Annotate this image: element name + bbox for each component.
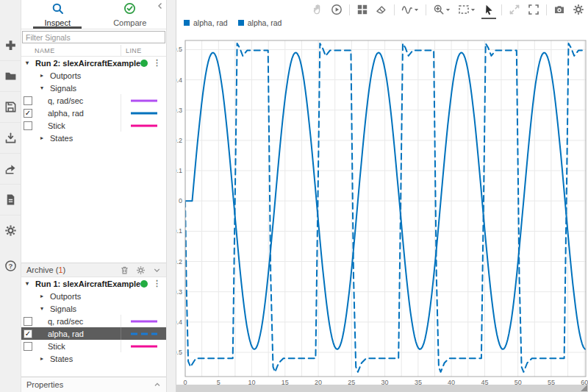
signal-options-button[interactable]	[401, 3, 420, 16]
svg-text:-0.1: -0.1	[176, 227, 182, 235]
clear-subplot-button[interactable]	[375, 3, 388, 16]
play-circle-icon	[331, 4, 343, 15]
legend-label: alpha, rad	[248, 18, 282, 27]
tree-expanded-arrow-icon[interactable]: ▾	[26, 60, 32, 66]
signal-line-swatch[interactable]	[131, 345, 157, 348]
tree-expanded-arrow-icon[interactable]: ▾	[26, 280, 32, 287]
tree-group-row[interactable]: ▸Outports	[21, 69, 166, 82]
filter-row	[21, 29, 166, 45]
pointer-tool-button[interactable]	[482, 3, 495, 16]
tree-group-row[interactable]: ▾Signals	[21, 82, 166, 94]
time-plot[interactable]: 0510152025303540455055600.50.40.30.20.10…	[176, 34, 588, 390]
svg-text:-0.3: -0.3	[176, 288, 182, 296]
panel-splitter[interactable]	[166, 0, 176, 392]
signal-checkbox[interactable]	[24, 342, 32, 351]
help-button[interactable]: ?	[0, 250, 21, 281]
save-button[interactable]	[0, 91, 21, 122]
layout-button[interactable]	[356, 3, 369, 16]
signal-row[interactable]: Stick	[21, 119, 166, 132]
replay-button[interactable]	[330, 3, 343, 16]
tree-collapsed-arrow-icon[interactable]: ▸	[40, 355, 47, 362]
plot-toolbar	[176, 0, 588, 19]
group-label: Outports	[50, 71, 81, 80]
signal-line-swatch[interactable]	[131, 320, 157, 323]
svg-text:0.1: 0.1	[176, 167, 182, 174]
toolbar-separator	[501, 4, 502, 15]
signal-line-swatch[interactable]	[131, 112, 157, 115]
tree-collapsed-arrow-icon[interactable]: ▸	[40, 135, 47, 141]
run-menu-kebab-icon[interactable]: ⋮	[153, 59, 161, 67]
import-button[interactable]	[0, 122, 21, 153]
signal-row[interactable]: q, rad/sec	[21, 315, 166, 327]
archive-header[interactable]: Archive (1)	[21, 263, 166, 277]
fullscreen-button[interactable]	[527, 3, 540, 16]
archive-collapse-chevron-down-icon[interactable]	[152, 266, 162, 275]
caret-down-icon	[414, 7, 419, 13]
new-button[interactable]	[0, 29, 21, 60]
resize-grip-icon[interactable]	[581, 385, 587, 391]
report-icon	[4, 193, 17, 206]
plot-legend: alpha, radalpha, rad	[184, 18, 282, 27]
signal-name: alpha, rad	[48, 329, 84, 338]
compare-check-icon	[123, 2, 136, 16]
run-menu-kebab-icon[interactable]: ⋮	[153, 279, 161, 288]
open-button[interactable]	[0, 60, 21, 91]
group-label: States	[50, 354, 73, 363]
export-button[interactable]	[0, 153, 21, 184]
tab-inspect[interactable]: Inspect	[21, 0, 94, 29]
signal-checkbox[interactable]: ✓	[24, 109, 32, 118]
plot-settings-button[interactable]	[572, 3, 585, 16]
tree-group-row[interactable]: ▾Signals	[21, 302, 166, 315]
zoom-button[interactable]	[432, 3, 451, 16]
export-icon	[4, 163, 17, 175]
archive-settings-gear-icon[interactable]	[136, 266, 146, 275]
eraser-icon	[376, 4, 387, 15]
signal-line-swatch[interactable]	[131, 99, 157, 102]
signal-name: Stick	[48, 121, 65, 130]
preferences-button[interactable]	[0, 215, 21, 246]
create-report-button[interactable]	[0, 184, 21, 215]
run-row[interactable]: ▾Run 1: slexAircraftExample⋮	[21, 277, 166, 290]
signal-checkbox[interactable]	[24, 96, 32, 105]
tree-group-row[interactable]: ▸States	[21, 132, 166, 144]
tree-group-row[interactable]: ▸Outports	[21, 290, 166, 302]
fit-to-view-button[interactable]	[457, 3, 476, 16]
svg-text:-0.2: -0.2	[176, 258, 182, 266]
bottom-strip	[176, 385, 588, 392]
import-icon	[4, 132, 17, 144]
properties-bar[interactable]: Properties	[21, 377, 166, 392]
signal-checkbox[interactable]: ✓	[24, 329, 32, 338]
signal-line-swatch[interactable]	[131, 124, 157, 127]
sidebar: Inspect Compare NAME LINE ▾Run 2: slexAi…	[21, 0, 166, 392]
simulation-data-inspector-window: ? Inspect Compare NAME	[0, 0, 588, 392]
snapshot-button[interactable]	[553, 3, 566, 16]
trash-icon[interactable]	[120, 266, 129, 275]
svg-text:?: ?	[8, 261, 12, 269]
sidebar-collapse-button[interactable]	[156, 1, 165, 10]
filter-signals-input[interactable]	[22, 31, 165, 43]
tree-collapsed-arrow-icon[interactable]: ▸	[40, 72, 47, 79]
tree-group-row[interactable]: ▸States	[21, 352, 166, 365]
run-title: Run 2: slexAircraftExample[Current]	[35, 59, 140, 68]
tree-expanded-arrow-icon[interactable]: ▾	[40, 85, 47, 91]
tab-compare-label: Compare	[113, 18, 146, 27]
signal-row[interactable]: ✓alpha, rad	[21, 327, 166, 340]
expand-button[interactable]	[508, 3, 521, 16]
signal-checkbox[interactable]	[24, 121, 32, 130]
signal-checkbox[interactable]	[24, 317, 32, 326]
tree-collapsed-arrow-icon[interactable]: ▸	[40, 293, 47, 299]
legend-swatch	[184, 20, 190, 26]
tree-expanded-arrow-icon[interactable]: ▾	[40, 305, 47, 312]
plus-icon	[4, 39, 17, 51]
signal-row[interactable]: q, rad/sec	[21, 94, 166, 107]
signal-line-swatch[interactable]	[131, 332, 157, 335]
properties-label: Properties	[26, 380, 154, 389]
run-status-dot	[140, 60, 148, 67]
signal-row[interactable]: ✓alpha, rad	[21, 107, 166, 119]
signal-row[interactable]: Stick	[21, 340, 166, 352]
pan-tool-button[interactable]	[311, 3, 324, 16]
svg-text:0.4: 0.4	[176, 76, 182, 84]
run-row[interactable]: ▾Run 2: slexAircraftExample[Current]⋮	[21, 57, 166, 69]
column-header-name: NAME	[21, 47, 121, 54]
app-toolbar-rail: ?	[0, 0, 21, 392]
